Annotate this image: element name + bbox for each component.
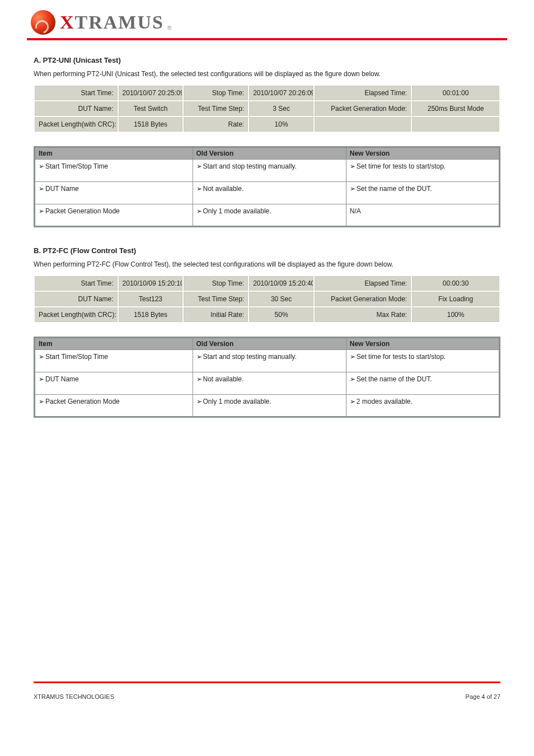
info-label	[315, 117, 411, 132]
bullet-icon: ➢	[39, 207, 45, 216]
bullet-icon: ➢	[196, 207, 203, 216]
changes-cell: ➢Set time for tests to start/stop.	[346, 350, 499, 372]
bullet-icon: ➢	[196, 162, 203, 171]
bullet-icon: ➢	[196, 352, 203, 361]
bullet-icon: ➢	[39, 162, 45, 171]
section-b-changes-table: Item Old Version New Version ➢Start Time…	[34, 337, 500, 418]
info-value: 2010/10/07 20:25:09	[119, 86, 183, 100]
footer-left: XTRAMUS TECHNOLOGIES	[34, 693, 114, 700]
info-label: Stop Time:	[184, 86, 248, 100]
logo: XTRAMUS ®	[31, 10, 534, 35]
header-rule	[27, 38, 507, 40]
info-label: Packet Generation Mode:	[315, 101, 411, 116]
changes-cell: ➢Set time for tests to start/stop.	[346, 160, 499, 182]
info-value: Test Switch	[119, 101, 183, 116]
changes-cell: ➢Not available.	[193, 182, 346, 204]
section-b-title: B. PT2-FC (Flow Control Test)	[34, 246, 500, 255]
col-header: Item	[35, 338, 193, 350]
logo-text: XTRAMUS	[60, 12, 164, 33]
bullet-icon: ➢	[196, 184, 203, 193]
bullet-icon: ➢	[350, 162, 357, 171]
info-label: Elapsed Time:	[315, 276, 411, 291]
footer-rule	[34, 682, 500, 683]
info-value	[412, 117, 499, 132]
col-header: Old Version	[193, 147, 346, 160]
section-a-desc: When performing PT2-UNI (Unicast Test), …	[34, 69, 500, 79]
info-label: Rate:	[184, 117, 248, 132]
info-value: 10%	[249, 117, 313, 132]
info-value: 1518 Bytes	[119, 307, 183, 322]
bullet-icon: ➢	[350, 184, 357, 193]
section-b-info-table: Start Time: 2010/10/09 15:20:10 Stop Tim…	[34, 275, 500, 323]
bullet-icon: ➢	[350, 397, 357, 406]
info-label: Max Rate:	[315, 307, 411, 322]
changes-cell: ➢Start Time/Stop Time	[35, 160, 193, 182]
changes-cell: ➢Set the name of the DUT.	[346, 182, 499, 204]
info-label: DUT Name:	[35, 101, 118, 116]
bullet-icon: ➢	[350, 352, 357, 361]
changes-cell: ➢Not available.	[193, 372, 346, 395]
info-value: 2010/10/09 15:20:40	[249, 276, 313, 291]
info-label: Packet Length(with CRC):	[35, 117, 118, 132]
footer-right: Page 4 of 27	[466, 693, 500, 700]
section-b-desc: When performing PT2-FC (Flow Control Tes…	[34, 259, 500, 269]
info-value: Fix Loading	[412, 292, 499, 306]
info-label: Start Time:	[35, 276, 118, 291]
col-header: New Version	[346, 147, 499, 160]
info-value: 100%	[412, 307, 499, 322]
changes-cell: ➢Only 1 mode available.	[193, 204, 346, 227]
info-label: Start Time:	[35, 86, 118, 100]
info-value: 3 Sec	[249, 101, 313, 116]
info-value: 2010/10/09 15:20:10	[119, 276, 183, 291]
changes-cell: ➢2 modes available.	[346, 395, 499, 417]
info-value: Test123	[119, 292, 183, 306]
logo-registered-icon: ®	[167, 25, 171, 31]
info-value: 50%	[249, 307, 313, 322]
info-value: 00:00:30	[412, 276, 499, 291]
bullet-icon: ➢	[39, 184, 45, 193]
info-label: DUT Name:	[35, 292, 118, 306]
info-label: Initial Rate:	[184, 307, 248, 322]
bullet-icon: ➢	[39, 397, 45, 406]
changes-cell: ➢Packet Generation Mode	[35, 204, 193, 227]
info-label: Test Time Step:	[184, 101, 248, 116]
changes-cell: N/A	[346, 204, 499, 227]
bullet-icon: ➢	[196, 397, 203, 406]
changes-cell: ➢Start Time/Stop Time	[35, 350, 193, 372]
section-a-changes-table: Item Old Version New Version ➢Start Time…	[34, 146, 500, 227]
info-value: 2010/10/07 20:26:09	[249, 86, 313, 100]
info-label: Test Time Step:	[184, 292, 248, 306]
changes-cell: ➢DUT Name	[35, 182, 193, 204]
section-a-info-table: Start Time: 2010/10/07 20:25:09 Stop Tim…	[34, 85, 500, 133]
bullet-icon: ➢	[196, 375, 203, 384]
bullet-icon: ➢	[350, 375, 357, 384]
changes-cell: ➢Start and stop testing manually.	[193, 160, 346, 182]
info-value: 250ms Burst Mode	[412, 101, 499, 116]
info-label: Packet Length(with CRC):	[35, 307, 118, 322]
info-label: Packet Generation Mode:	[315, 292, 411, 306]
info-value: 30 Sec	[249, 292, 313, 306]
bullet-icon: ➢	[39, 375, 45, 384]
col-header: New Version	[346, 338, 499, 350]
info-value: 00:01:00	[412, 86, 499, 100]
info-label: Elapsed Time:	[315, 86, 411, 100]
col-header: Item	[35, 147, 193, 160]
changes-cell: ➢Start and stop testing manually.	[193, 350, 346, 372]
info-value: 1518 Bytes	[119, 117, 183, 132]
logo-orb-icon	[31, 10, 55, 35]
changes-cell: ➢Set the name of the DUT.	[346, 372, 499, 395]
col-header: Old Version	[193, 338, 346, 350]
info-label: Stop Time:	[184, 276, 248, 291]
section-a-title: A. PT2-UNI (Unicast Test)	[34, 56, 500, 64]
changes-cell: ➢Packet Generation Mode	[35, 395, 193, 417]
bullet-icon: ➢	[39, 352, 45, 361]
changes-cell: ➢DUT Name	[35, 372, 193, 395]
changes-cell: ➢Only 1 mode available.	[193, 395, 346, 417]
